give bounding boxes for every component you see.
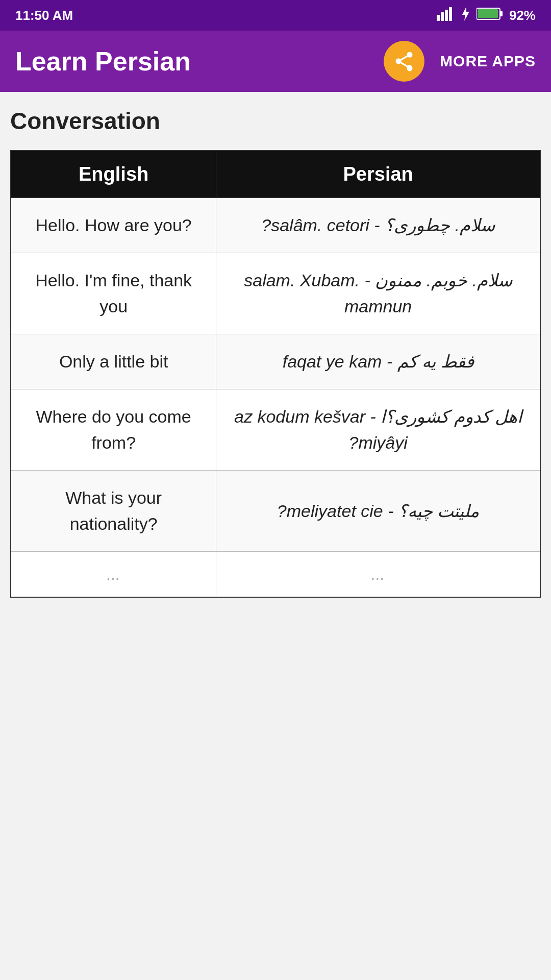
cell-english: Hello. I'm fine, thank you: [11, 253, 216, 334]
signal-icon: [437, 7, 455, 24]
page-title: Conversation: [10, 107, 541, 135]
cell-persian: سلام. چطوری؟ - salâm. cetori?: [216, 198, 540, 253]
svg-marker-4: [462, 7, 469, 21]
table-row: What is your nationality?ملیتت چیه؟ - me…: [11, 471, 540, 552]
cell-english: Hello. How are you?: [11, 198, 216, 253]
status-bar: 11:50 AM 92%: [0, 0, 551, 31]
svg-rect-3: [449, 7, 452, 21]
time-display: 11:50 AM: [15, 8, 73, 23]
table-row: Hello. I'm fine, thank youسلام. خوبم. مم…: [11, 253, 540, 334]
cell-persian: فقط یه کم - faqat ye kam: [216, 334, 540, 389]
share-button[interactable]: [384, 41, 424, 82]
svg-rect-6: [500, 11, 503, 16]
status-icons: 92%: [437, 7, 536, 24]
cell-english: What is your nationality?: [11, 471, 216, 552]
battery-icon: [477, 7, 503, 24]
table-row: Where do you come from?اهل کدوم کشوری؟ا …: [11, 389, 540, 471]
more-apps-button[interactable]: MORE APPS: [440, 53, 536, 70]
svg-rect-2: [445, 10, 448, 21]
cell-partial-persian: ...: [216, 552, 540, 598]
table-row: Hello. How are you?سلام. چطوری؟ - salâm.…: [11, 198, 540, 253]
app-bar-actions: MORE APPS: [384, 41, 536, 82]
bolt-icon: [461, 7, 470, 24]
app-title: Learn Persian: [15, 46, 191, 77]
table-row: Only a little bitفقط یه کم - faqat ye ka…: [11, 334, 540, 389]
content-area: Conversation English Persian Hello. How …: [0, 92, 551, 608]
cell-english: Only a little bit: [11, 334, 216, 389]
header-english: English: [11, 151, 216, 198]
cell-persian: ملیتت چیه؟ - meliyatet cie?: [216, 471, 540, 552]
cell-partial-english: ...: [11, 552, 216, 598]
cell-english: Where do you come from?: [11, 389, 216, 471]
table-row-partial: ......: [11, 552, 540, 598]
svg-rect-7: [478, 9, 498, 18]
cell-persian: اهل کدوم کشوری؟ا - az kodum kešvar miyây…: [216, 389, 540, 471]
svg-rect-1: [441, 12, 444, 21]
header-persian: Persian: [216, 151, 540, 198]
app-bar: Learn Persian MORE APPS: [0, 31, 551, 92]
table-header-row: English Persian: [11, 151, 540, 198]
conversation-table: English Persian Hello. How are you?سلام.…: [10, 150, 541, 598]
share-icon: [393, 50, 415, 72]
svg-rect-0: [437, 15, 440, 21]
battery-percent: 92%: [509, 8, 536, 23]
cell-persian: سلام. خوبم. ممنون - salam. Xubam. mamnun: [216, 253, 540, 334]
